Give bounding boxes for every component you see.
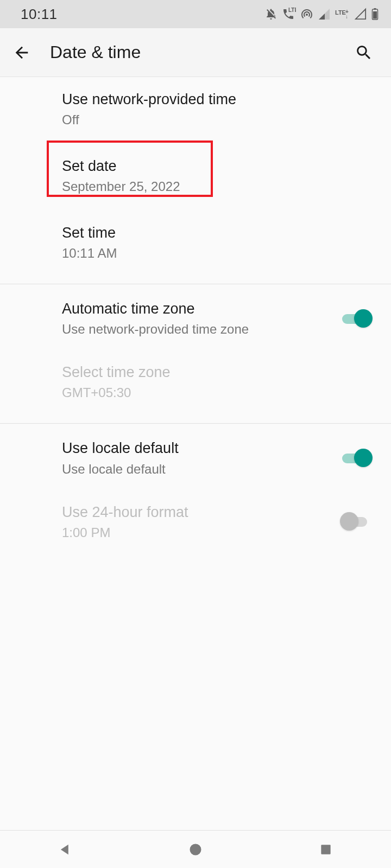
item-title: Set date: [62, 157, 376, 176]
item-title: Select time zone: [62, 363, 376, 382]
arrow-back-icon: [12, 43, 31, 62]
status-bar: 10:11 LTE LTE+↓: [0, 0, 391, 28]
item-subtitle: Use network-provided time zone: [62, 322, 342, 337]
svg-point-7: [190, 844, 201, 855]
svg-rect-5: [374, 8, 376, 10]
setting-24-hour-format: Use 24-hour format 1:00 PM: [0, 490, 391, 553]
square-recents-icon: [319, 843, 333, 857]
item-subtitle: 10:11 AM: [62, 246, 376, 261]
item-subtitle: GMT+05:30: [62, 385, 376, 400]
back-button[interactable]: [11, 42, 33, 63]
svg-rect-6: [373, 11, 377, 19]
locale-default-toggle[interactable]: [342, 449, 373, 467]
notifications-off-icon: [264, 8, 278, 21]
item-subtitle: 1:00 PM: [62, 525, 342, 540]
setting-network-provided-time[interactable]: Use network-provided time Off: [0, 77, 391, 141]
svg-text:↓: ↓: [345, 14, 348, 20]
settings-list: Use network-provided time Off Set date S…: [0, 77, 391, 830]
lte-plus-icon: LTE+↓: [335, 8, 350, 21]
item-title: Use network-provided time: [62, 90, 376, 109]
signal-sim1-icon: [318, 8, 331, 21]
triangle-back-icon: [58, 842, 73, 857]
item-title: Use 24-hour format: [62, 503, 342, 522]
page-title: Date & time: [50, 42, 353, 62]
app-bar: Date & time: [0, 28, 391, 77]
search-button[interactable]: [353, 42, 375, 63]
item-subtitle: September 25, 2022: [62, 179, 376, 194]
nav-home-button[interactable]: [163, 836, 228, 863]
nav-back-button[interactable]: [33, 836, 98, 863]
item-subtitle: Off: [62, 112, 376, 127]
volte-call-icon: LTE: [282, 8, 296, 21]
navigation-bar: [0, 830, 391, 868]
svg-rect-8: [321, 845, 330, 854]
setting-automatic-timezone[interactable]: Automatic time zone Use network-provided…: [0, 286, 391, 350]
item-title: Set time: [62, 224, 376, 242]
search-icon: [355, 43, 373, 62]
status-icons: LTE LTE+↓: [264, 8, 379, 21]
status-time: 10:11: [21, 6, 58, 23]
item-title: Automatic time zone: [62, 299, 342, 318]
signal-sim2-icon: [355, 8, 367, 21]
svg-text:LTE: LTE: [335, 9, 346, 16]
nav-recents-button[interactable]: [293, 836, 358, 863]
setting-select-timezone: Select time zone GMT+05:30: [0, 350, 391, 413]
item-subtitle: Use locale default: [62, 462, 342, 477]
setting-set-date[interactable]: Set date September 25, 2022: [0, 141, 391, 210]
setting-set-time[interactable]: Set time 10:11 AM: [0, 210, 391, 274]
hotspot-icon: [300, 8, 313, 21]
battery-icon: [371, 8, 379, 21]
svg-text:LTE: LTE: [288, 8, 296, 13]
automatic-timezone-toggle[interactable]: [342, 309, 373, 328]
item-title: Use locale default: [62, 439, 342, 458]
circle-home-icon: [188, 842, 203, 857]
setting-locale-default[interactable]: Use locale default Use locale default: [0, 426, 391, 489]
hour24-toggle: [342, 512, 373, 531]
